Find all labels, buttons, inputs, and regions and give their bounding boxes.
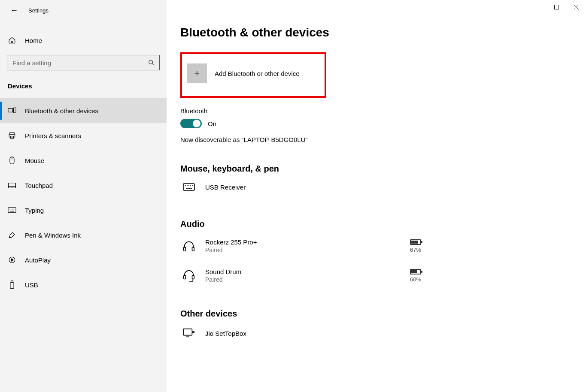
device-name: Rockerz 255 Pro+ <box>205 238 398 246</box>
back-arrow-icon[interactable]: ← <box>10 6 18 14</box>
search-icon <box>148 60 155 66</box>
section-mouse-kb-title: Mouse, keyboard, & pen <box>180 164 476 174</box>
svg-rect-3 <box>13 108 16 113</box>
sidebar-item-pen[interactable]: Pen & Windows Ink <box>0 223 167 247</box>
sidebar-item-label: Bluetooth & other devices <box>25 107 98 115</box>
sidebar: ← Settings Home Devices Bluetoo <box>0 0 167 392</box>
device-name: USB Receiver <box>205 184 476 191</box>
pen-icon <box>8 231 16 239</box>
sidebar-item-typing[interactable]: Typing <box>0 198 167 223</box>
device-battery: 67% <box>407 239 424 253</box>
home-label: Home <box>25 37 42 44</box>
close-button[interactable] <box>566 0 586 14</box>
sidebar-item-label: Pen & Windows Ink <box>25 232 81 239</box>
device-battery: 60% <box>407 269 424 283</box>
bluetooth-state: On <box>208 120 216 127</box>
discoverable-text: Now discoverable as “LAPTOP-B5DGO0LU” <box>180 136 476 143</box>
svg-rect-22 <box>554 5 559 9</box>
battery-icon <box>410 269 421 274</box>
section-other-title: Other devices <box>180 309 476 319</box>
window-controls <box>527 0 586 14</box>
printer-icon <box>8 132 16 139</box>
keyboard-device-icon <box>182 183 196 191</box>
battery-percent: 60% <box>410 276 421 283</box>
battery-icon <box>410 239 421 245</box>
sidebar-item-touchpad[interactable]: Touchpad <box>0 173 167 198</box>
svg-line-1 <box>152 63 154 65</box>
add-device-button[interactable]: + Add Bluetooth or other device <box>187 63 319 83</box>
main-content: Bluetooth & other devices + Add Bluetoot… <box>167 0 586 392</box>
autoplay-icon <box>8 256 16 264</box>
touchpad-icon <box>8 182 16 189</box>
device-name: Sound Drum <box>205 268 398 275</box>
settop-icon <box>182 328 196 338</box>
device-status: Paired <box>205 276 398 283</box>
home-nav[interactable]: Home <box>0 31 167 50</box>
device-row[interactable]: Rockerz 255 Pro+ Paired 67% <box>180 235 476 265</box>
headphones-icon <box>182 240 196 253</box>
device-row[interactable]: USB Receiver <box>180 180 476 202</box>
sidebar-item-label: Mouse <box>25 157 44 164</box>
sidebar-item-autoplay[interactable]: AutoPlay <box>0 247 167 272</box>
sidebar-item-printers[interactable]: Printers & scanners <box>0 123 167 148</box>
usb-icon <box>8 280 16 289</box>
maximize-button[interactable] <box>547 0 566 14</box>
bluetooth-toggle[interactable] <box>180 119 202 128</box>
sidebar-item-label: USB <box>25 281 38 289</box>
sidebar-item-label: Printers & scanners <box>25 132 81 139</box>
sidebar-item-usb[interactable]: USB <box>0 272 167 297</box>
minimize-button[interactable] <box>527 0 547 14</box>
window-title: Settings <box>28 7 49 14</box>
svg-rect-12 <box>8 208 16 213</box>
sidebar-item-label: AutoPlay <box>25 256 51 264</box>
svg-point-0 <box>149 60 153 64</box>
sidebar-item-mouse[interactable]: Mouse <box>0 148 167 173</box>
page-title: Bluetooth & other devices <box>180 26 476 39</box>
svg-rect-25 <box>183 184 194 190</box>
headset-icon <box>182 269 196 283</box>
mouse-icon <box>8 156 16 165</box>
sidebar-item-bluetooth[interactable]: Bluetooth & other devices <box>0 98 167 123</box>
search-input[interactable] <box>7 55 160 70</box>
plus-icon: + <box>187 63 207 83</box>
device-status: Paired <box>205 247 398 253</box>
sidebar-item-label: Touchpad <box>25 182 53 189</box>
section-audio-title: Audio <box>180 219 476 229</box>
svg-rect-2 <box>8 109 13 112</box>
sidebar-item-label: Typing <box>25 207 44 214</box>
battery-percent: 67% <box>410 247 421 253</box>
svg-rect-5 <box>9 134 15 137</box>
svg-rect-36 <box>183 329 192 335</box>
device-row[interactable]: Sound Drum Paired 60% <box>180 265 476 294</box>
device-name: Jio SetTopBox <box>205 330 476 337</box>
device-row[interactable]: Jio SetTopBox <box>180 325 476 350</box>
category-title: Devices <box>0 70 167 98</box>
sidebar-nav: Bluetooth & other devices Printers & sca… <box>0 98 167 297</box>
bluetooth-label: Bluetooth <box>180 107 476 115</box>
home-icon <box>8 36 16 44</box>
devices-icon <box>8 107 16 114</box>
search-box[interactable] <box>7 55 160 70</box>
add-device-highlight: + Add Bluetooth or other device <box>180 52 326 98</box>
add-device-label: Add Bluetooth or other device <box>215 70 300 77</box>
keyboard-icon <box>8 207 16 213</box>
svg-rect-20 <box>10 283 14 288</box>
